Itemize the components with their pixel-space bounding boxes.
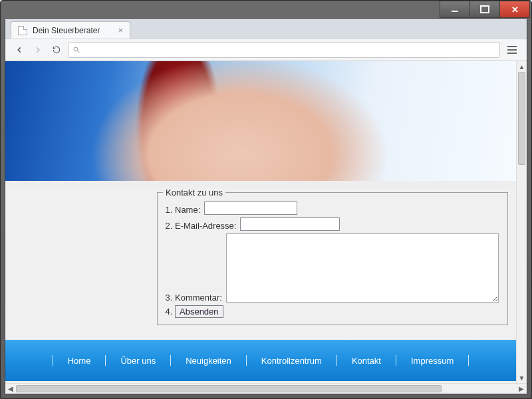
name-input[interactable] — [204, 201, 297, 215]
window-maximize-button[interactable] — [469, 1, 500, 18]
form-row-submit: Absenden — [175, 304, 502, 319]
footer-link-impressum[interactable]: Impressum — [396, 356, 468, 366]
tab-strip: Dein Steuerberater × — [5, 19, 527, 39]
form-row-comment: Kommentar: — [175, 232, 502, 304]
nav-separator — [468, 355, 469, 366]
scroll-up-icon[interactable]: ▲ — [517, 61, 527, 72]
scroll-track[interactable] — [16, 384, 516, 394]
address-bar[interactable] — [68, 42, 500, 58]
email-input[interactable] — [240, 217, 340, 231]
scroll-right-icon[interactable]: ▶ — [516, 385, 527, 392]
scroll-thumb-h[interactable] — [16, 385, 442, 392]
name-label: Name: — [175, 205, 200, 215]
scroll-thumb[interactable] — [518, 72, 525, 165]
vertical-scrollbar[interactable]: ▲ ▼ — [516, 61, 527, 383]
search-icon — [72, 46, 80, 54]
window-minimize-button[interactable] — [440, 1, 470, 18]
svg-line-1 — [78, 51, 80, 53]
forward-button[interactable] — [31, 43, 45, 57]
email-label: E-Mail-Adresse: — [175, 221, 236, 231]
footer-link-contact[interactable]: Kontakt — [337, 356, 396, 366]
browser-tab[interactable]: Dein Steuerberater × — [11, 21, 130, 39]
footer-link-control[interactable]: Kontrollzentrum — [247, 356, 336, 366]
reload-button[interactable] — [49, 43, 64, 57]
browser-toolbar — [5, 39, 527, 61]
submit-button[interactable]: Absenden — [175, 305, 223, 318]
footer-nav: Home Über uns Neuigkeiten Kontrollzentru… — [5, 340, 516, 381]
scroll-down-icon[interactable]: ▼ — [517, 372, 527, 383]
contact-legend: Kontakt zu uns — [163, 188, 225, 198]
page-content: Kontakt zu uns Name: E-Mail-Adresse: — [5, 61, 516, 383]
address-input[interactable] — [84, 45, 495, 55]
page-icon — [18, 26, 27, 35]
os-window: Dein Steuerberater × — [0, 0, 532, 399]
arrow-left-icon — [15, 45, 24, 55]
form-row-name: Name: — [175, 200, 502, 216]
footer-link-home[interactable]: Home — [53, 356, 106, 366]
footer-link-about[interactable]: Über uns — [106, 356, 170, 366]
header-banner-image — [5, 61, 516, 188]
browser-window: Dein Steuerberater × — [5, 18, 527, 394]
back-button[interactable] — [12, 43, 27, 57]
viewport: Kontakt zu uns Name: E-Mail-Adresse: — [5, 61, 527, 383]
comment-label: Kommentar: — [175, 293, 222, 303]
footer-link-news[interactable]: Neuigkeiten — [171, 356, 246, 366]
horizontal-scrollbar[interactable]: ◀ ▶ — [5, 383, 527, 394]
browser-menu-button[interactable] — [504, 43, 520, 57]
hamburger-icon — [507, 46, 517, 47]
form-row-email: E-Mail-Adresse: — [175, 216, 502, 232]
contact-form-list: Name: E-Mail-Adresse: — [175, 200, 502, 319]
arrow-right-icon — [33, 45, 43, 55]
main-content: Kontakt zu uns Name: E-Mail-Adresse: — [5, 188, 508, 325]
tab-close-icon[interactable]: × — [118, 25, 123, 35]
window-close-button[interactable] — [499, 1, 530, 18]
scroll-left-icon[interactable]: ◀ — [5, 385, 16, 392]
reload-icon — [52, 45, 61, 55]
contact-fieldset: Kontakt zu uns Name: E-Mail-Adresse: — [157, 188, 508, 325]
tab-title: Dein Steuerberater — [33, 26, 100, 35]
svg-point-0 — [74, 47, 78, 51]
comment-textarea[interactable] — [226, 233, 499, 303]
titlebar — [1, 1, 531, 18]
